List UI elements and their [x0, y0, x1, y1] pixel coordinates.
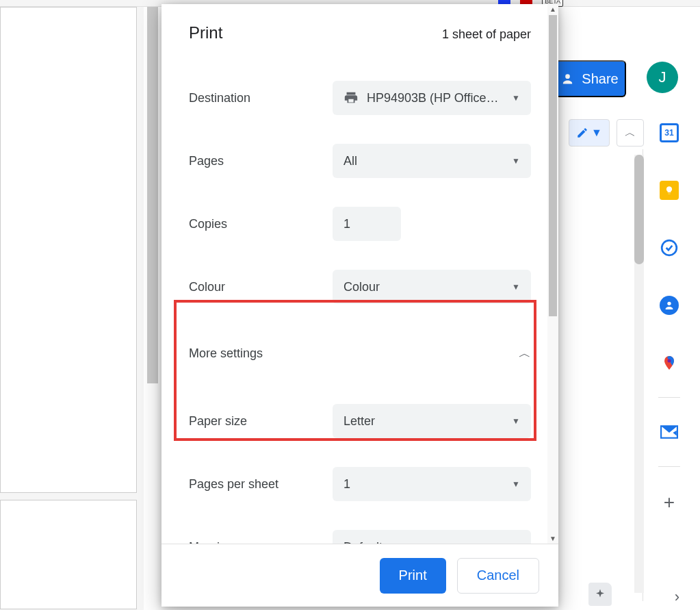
- calendar-icon[interactable]: 31: [660, 123, 679, 142]
- cancel-button[interactable]: Cancel: [457, 558, 539, 594]
- svg-point-0: [565, 74, 570, 79]
- pages-select[interactable]: All ▼: [333, 144, 531, 178]
- divider: [658, 397, 680, 398]
- scroll-up-arrow-icon[interactable]: ▲: [549, 5, 556, 13]
- account-avatar[interactable]: J: [647, 62, 678, 93]
- caret-down-icon: ▼: [512, 542, 520, 544]
- caret-down-icon: ▼: [512, 93, 520, 103]
- print-dialog: ▲ ▼ Print 1 sheet of paper Destination H…: [161, 4, 558, 607]
- person-share-icon: [562, 72, 576, 86]
- colour-value: Colour: [343, 280, 380, 294]
- share-label: Share: [582, 71, 618, 87]
- svg-point-2: [667, 302, 671, 305]
- show-side-panel-button[interactable]: ›: [675, 588, 679, 606]
- toolbar-right: ▼ ︿: [569, 119, 644, 147]
- pages-per-sheet-label: Pages per sheet: [189, 477, 333, 492]
- pencil-icon: [576, 127, 588, 139]
- add-addon-button[interactable]: +: [664, 492, 675, 513]
- page-thumbnail[interactable]: [0, 500, 137, 609]
- pages-per-sheet-value: 1: [343, 477, 350, 492]
- dialog-scrollbar[interactable]: ▲ ▼: [547, 4, 558, 544]
- tasks-icon[interactable]: [660, 238, 679, 257]
- thumbnail-panel: [0, 7, 144, 610]
- printer-icon: [343, 90, 359, 105]
- destination-label: Destination: [189, 91, 333, 105]
- check-circle-icon: [660, 239, 678, 257]
- print-button[interactable]: Print: [380, 558, 446, 594]
- svg-point-3: [668, 359, 671, 363]
- editing-mode-button[interactable]: ▼: [569, 119, 610, 147]
- document-scrollbar[interactable]: [634, 155, 644, 593]
- copies-label: Copies: [189, 217, 333, 231]
- envelope-icon: [660, 425, 678, 439]
- contacts-icon[interactable]: [660, 296, 679, 315]
- mail-icon[interactable]: [660, 422, 679, 442]
- map-pin-icon: [661, 353, 677, 372]
- destination-value: HP94903B (HP OfficeJet): [367, 91, 504, 105]
- explore-button[interactable]: [588, 583, 612, 606]
- caret-down-icon: ▼: [512, 282, 520, 292]
- document-canvas: [575, 149, 643, 601]
- caret-down-icon: ▼: [512, 416, 520, 426]
- paper-size-label: Paper size: [189, 414, 333, 429]
- lightbulb-icon: [664, 186, 674, 195]
- scroll-down-arrow-icon[interactable]: ▼: [549, 535, 556, 542]
- thumbnail-scrollbar[interactable]: [147, 7, 158, 383]
- more-settings-toggle[interactable]: More settings ︿: [189, 333, 531, 374]
- pages-value: All: [343, 154, 357, 168]
- colour-select[interactable]: Colour ▼: [333, 270, 531, 304]
- pages-per-sheet-select[interactable]: 1 ▼: [333, 467, 531, 501]
- keep-icon[interactable]: [660, 181, 679, 200]
- paper-size-select[interactable]: Letter ▼: [333, 404, 531, 438]
- maps-icon[interactable]: [660, 353, 679, 372]
- scrollbar-thumb[interactable]: [634, 155, 644, 264]
- caret-down-icon: ▼: [512, 479, 520, 489]
- print-dialog-body: ▲ ▼ Print 1 sheet of paper Destination H…: [161, 4, 558, 544]
- margins-value: Default: [343, 540, 383, 544]
- share-button[interactable]: Share: [555, 60, 626, 97]
- margins-select[interactable]: Default ▼: [333, 530, 531, 544]
- sparkle-icon: [594, 588, 606, 600]
- chevron-up-icon: ︿: [625, 126, 636, 140]
- caret-down-icon: ▼: [512, 156, 520, 166]
- colour-label: Colour: [189, 280, 333, 294]
- divider: [658, 466, 680, 467]
- collapse-toolbar-button[interactable]: ︿: [617, 119, 644, 147]
- copies-input[interactable]: [333, 207, 401, 241]
- side-panel-rail: 31 +: [652, 123, 686, 513]
- margins-label: Margins: [189, 540, 333, 544]
- person-icon: [664, 300, 675, 311]
- scrollbar-thumb[interactable]: [549, 15, 557, 316]
- sheet-count: 1 sheet of paper: [442, 27, 531, 42]
- chevron-up-icon: ︿: [519, 345, 531, 361]
- dialog-title: Print: [189, 23, 222, 42]
- pages-label: Pages: [189, 154, 333, 168]
- paper-size-value: Letter: [343, 414, 375, 429]
- more-settings-label: More settings: [189, 346, 263, 361]
- caret-down-icon: ▼: [591, 127, 602, 139]
- page-thumbnail[interactable]: [0, 7, 137, 493]
- destination-select[interactable]: HP94903B (HP OfficeJet) ▼: [333, 81, 531, 115]
- dialog-footer: Print Cancel: [161, 544, 558, 607]
